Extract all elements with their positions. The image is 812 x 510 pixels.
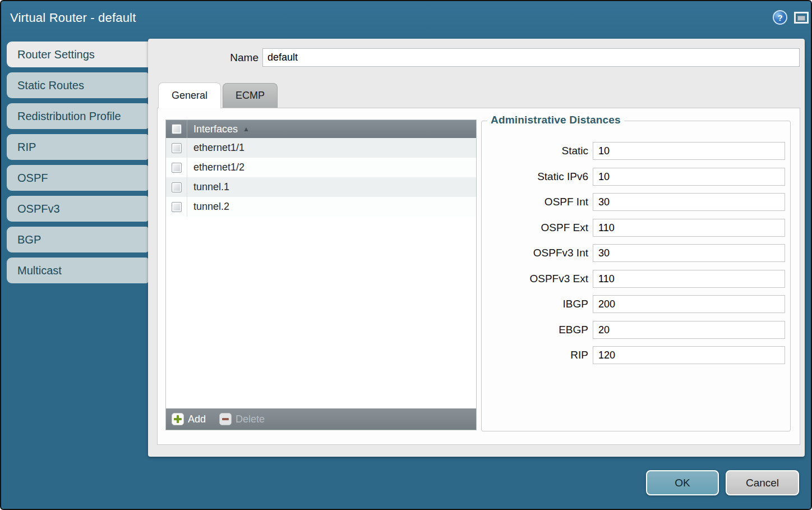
admin-distance-label: OSPFv3 Ext — [482, 270, 588, 288]
sidebar-item-static-routes[interactable]: Static Routes — [7, 72, 149, 98]
plus-icon — [172, 413, 184, 425]
table-row[interactable]: ethernet1/2 — [166, 158, 476, 177]
admin-distance-row: Static — [482, 142, 790, 160]
interfaces-header-label: Interfaces — [193, 123, 238, 135]
interface-name: ethernet1/1 — [193, 142, 244, 154]
table-toolbar: Add Delete — [166, 408, 476, 430]
admin-distance-row: OSPFv3 Ext — [482, 270, 790, 288]
admin-distance-input-ibgp[interactable] — [593, 295, 785, 313]
sidebar-item-label: BGP — [17, 233, 41, 246]
admin-distances-legend: Administrative Distances — [487, 114, 624, 126]
table-row[interactable]: tunnel.2 — [166, 197, 476, 217]
sidebar-item-label: OSPFv3 — [17, 203, 60, 215]
admin-distance-label: IBGP — [482, 295, 588, 313]
interface-name: tunnel.1 — [193, 181, 229, 193]
name-input[interactable] — [262, 48, 800, 67]
table-row[interactable]: tunnel.1 — [166, 177, 476, 197]
admin-distance-input-ospfv3-int[interactable] — [593, 244, 785, 262]
help-icon[interactable]: ? — [773, 10, 787, 25]
window-icon[interactable] — [794, 12, 809, 24]
sidebar-item-router-settings[interactable]: Router Settings — [7, 42, 153, 67]
sidebar-item-multicast[interactable]: Multicast — [7, 258, 149, 283]
interfaces-column-header[interactable]: Interfaces ▲ — [166, 120, 476, 138]
sidebar-item-label: OSPF — [17, 172, 48, 184]
delete-button[interactable]: Delete — [219, 413, 265, 425]
sort-ascending-icon: ▲ — [243, 125, 250, 133]
admin-distance-label: EBGP — [482, 321, 588, 339]
interfaces-rows: ethernet1/1 ethernet1/2 tunnel.1 — [166, 138, 476, 217]
admin-distances-fieldset: Administrative Distances Static Static I… — [481, 121, 791, 431]
row-checkbox[interactable] — [172, 143, 182, 153]
sidebar-item-label: RIP — [17, 141, 36, 153]
admin-distance-label: OSPF Int — [482, 193, 588, 211]
dialog-titlebar: Virtual Router - default ? — [1, 1, 811, 39]
admin-distance-row: RIP — [482, 346, 790, 364]
admin-distance-input-ebgp[interactable] — [593, 321, 785, 339]
interfaces-table: Interfaces ▲ ethernet1/1 ethernet1/2 — [165, 120, 477, 430]
ok-button[interactable]: OK — [646, 470, 719, 495]
admin-distance-label: OSPF Ext — [482, 219, 588, 237]
admin-distance-row: Static IPv6 — [482, 168, 790, 186]
admin-distance-input-ospf-int[interactable] — [593, 193, 785, 211]
sidebar-item-ospf[interactable]: OSPF — [7, 165, 149, 191]
admin-distance-row: OSPFv3 Int — [482, 244, 790, 262]
admin-distance-label: Static IPv6 — [482, 168, 588, 186]
sidebar-item-redistribution-profile[interactable]: Redistribution Profile — [7, 103, 149, 129]
admin-distance-row: OSPF Ext — [482, 219, 790, 237]
admin-distance-input-static[interactable] — [593, 142, 785, 160]
add-button[interactable]: Add — [172, 413, 206, 425]
select-all-checkbox[interactable] — [172, 124, 182, 134]
general-tab-panel: Interfaces ▲ ethernet1/1 ethernet1/2 — [157, 108, 800, 445]
admin-distance-row: IBGP — [482, 295, 790, 313]
admin-distance-row: EBGP — [482, 321, 790, 339]
admin-distance-input-ospf-ext[interactable] — [593, 219, 785, 237]
admin-distance-row: OSPF Int — [482, 193, 790, 211]
select-all-cell — [166, 120, 187, 138]
sidebar-item-label: Multicast — [17, 264, 62, 277]
row-checkbox[interactable] — [172, 202, 182, 212]
admin-distance-input-static-ipv6[interactable] — [593, 168, 785, 186]
virtual-router-dialog: Virtual Router - default ? Router Settin… — [0, 0, 812, 510]
tab-general[interactable]: General — [158, 82, 221, 108]
sidebar-item-ospfv3[interactable]: OSPFv3 — [7, 196, 149, 222]
admin-distance-label: RIP — [482, 346, 588, 364]
tab-ecmp[interactable]: ECMP — [223, 83, 278, 108]
admin-distance-input-rip[interactable] — [593, 346, 785, 364]
cancel-button[interactable]: Cancel — [726, 470, 799, 495]
row-checkbox[interactable] — [172, 182, 182, 192]
name-label: Name — [214, 49, 259, 67]
sidebar-item-label: Static Routes — [17, 79, 84, 91]
row-checkbox[interactable] — [172, 163, 182, 173]
admin-distance-label: OSPFv3 Int — [482, 244, 588, 262]
interface-name: tunnel.2 — [193, 201, 229, 213]
admin-distance-label: Static — [482, 142, 588, 160]
minus-icon — [219, 413, 232, 425]
sidebar-item-bgp[interactable]: BGP — [7, 227, 149, 252]
admin-distance-input-ospfv3-ext[interactable] — [593, 270, 785, 288]
dialog-title: Virtual Router - default — [10, 11, 136, 25]
interface-name: ethernet1/2 — [193, 162, 244, 173]
sidebar-item-rip[interactable]: RIP — [7, 134, 149, 160]
table-row[interactable]: ethernet1/1 — [166, 138, 476, 158]
sidebar-item-label: Router Settings — [17, 48, 95, 61]
sidebar-item-label: Redistribution Profile — [17, 110, 121, 122]
